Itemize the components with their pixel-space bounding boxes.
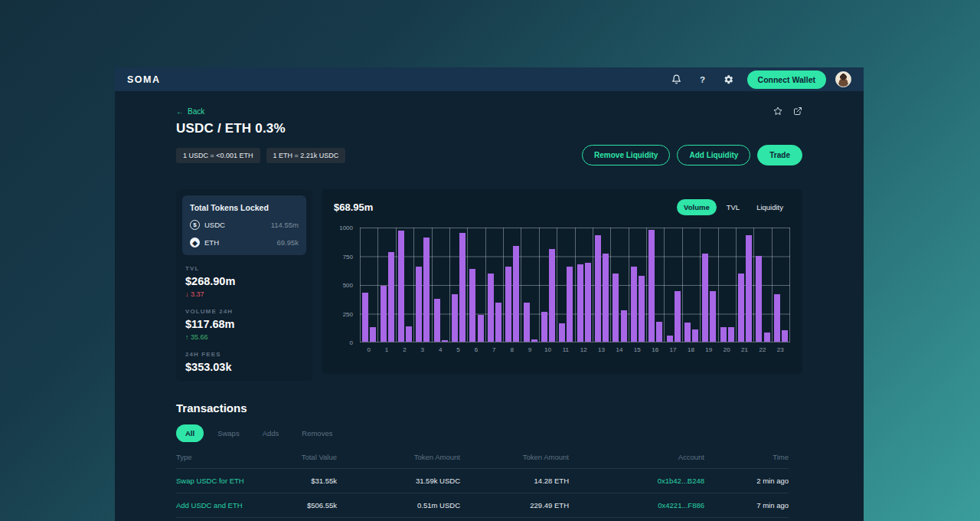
metric-label: TVL xyxy=(185,265,306,272)
volume-bar[interactable] xyxy=(524,303,530,342)
x-axis-label: 20 xyxy=(718,346,736,353)
user-avatar[interactable] xyxy=(835,71,851,87)
volume-bar[interactable] xyxy=(423,238,430,342)
token-symbol: ETH xyxy=(204,238,219,247)
volume-bar[interactable] xyxy=(782,330,788,342)
filter-adds[interactable]: Adds xyxy=(253,424,289,442)
eth-circle-icon: ◆ xyxy=(190,238,200,247)
bar-group xyxy=(753,228,771,342)
x-axis-label: 21 xyxy=(736,346,753,353)
volume-bar[interactable] xyxy=(639,276,645,342)
volume-bar[interactable] xyxy=(774,294,780,342)
x-axis-label: 3 xyxy=(413,346,431,353)
volume-bar[interactable] xyxy=(656,322,662,342)
action-buttons: Remove Liquidity Add Liquidity Trade xyxy=(582,145,802,165)
volume-bar[interactable] xyxy=(459,233,466,342)
volume-bar[interactable] xyxy=(549,249,555,342)
tx-time: 7 min ago xyxy=(704,493,789,517)
volume-bar[interactable] xyxy=(585,263,591,342)
volume-bar[interactable] xyxy=(746,235,752,342)
external-link-icon[interactable] xyxy=(793,106,802,116)
volume-bar[interactable] xyxy=(442,340,448,342)
volume-bar[interactable] xyxy=(488,274,494,342)
chart-tab-volume[interactable]: Volume xyxy=(677,199,717,215)
volume-bar[interactable] xyxy=(567,267,573,342)
tx-total-value: $31.55k xyxy=(276,469,337,493)
trade-button[interactable]: Trade xyxy=(757,145,802,165)
gear-icon[interactable] xyxy=(723,74,735,86)
plot-wrap: 01234567891011121314151617181920212223 xyxy=(360,228,790,353)
bar-group xyxy=(610,228,628,342)
volume-bar[interactable] xyxy=(452,294,458,342)
volume-bar[interactable] xyxy=(648,230,655,342)
volume-bar[interactable] xyxy=(738,274,744,342)
tx-type-link[interactable]: Add USDC and ETH xyxy=(176,493,276,517)
volume-bar[interactable] xyxy=(513,246,519,342)
chart-tab-liquidity[interactable]: Liquidity xyxy=(750,199,790,215)
connect-wallet-button[interactable]: Connect Wallet xyxy=(747,70,826,89)
chart-x-axis: 01234567891011121314151617181920212223 xyxy=(360,346,789,353)
add-liquidity-button[interactable]: Add Liquidity xyxy=(677,145,750,165)
volume-bar[interactable] xyxy=(764,333,770,342)
volume-bar[interactable] xyxy=(362,293,368,342)
table-body: Swap USDC for ETH$31.55k31.59k USDC14.28… xyxy=(176,469,789,521)
volume-bar[interactable] xyxy=(756,256,762,342)
back-link[interactable]: ← Back xyxy=(176,107,204,116)
tx-type-link[interactable]: Swap USDC for ETH xyxy=(176,469,276,493)
volume-bar[interactable] xyxy=(434,299,440,342)
volume-bar[interactable] xyxy=(531,339,537,342)
token-row: $USDC114.55m xyxy=(190,220,299,230)
volume-bar[interactable] xyxy=(478,315,484,342)
volume-bar[interactable] xyxy=(621,310,627,342)
filter-removes[interactable]: Removes xyxy=(292,424,341,442)
y-axis-tick: 1000 xyxy=(339,224,353,231)
volume-bar[interactable] xyxy=(720,327,727,342)
tx-account-link[interactable]: 0x1b42...B248 xyxy=(569,469,704,493)
volume-bar[interactable] xyxy=(702,254,708,342)
filter-swaps[interactable]: Swaps xyxy=(208,424,249,442)
volume-bar[interactable] xyxy=(370,327,376,342)
help-icon[interactable]: ? xyxy=(697,74,709,86)
metric-change-down: ↓ 3.37 xyxy=(185,290,306,298)
volume-bar[interactable] xyxy=(406,326,412,342)
volume-bar[interactable] xyxy=(612,274,619,342)
volume-bar[interactable] xyxy=(684,323,691,342)
chart-tab-tvl[interactable]: TVL xyxy=(720,199,746,215)
x-axis-label: 14 xyxy=(610,346,628,353)
tx-type-link[interactable]: Remove USDC and ETH xyxy=(176,518,276,521)
volume-bar[interactable] xyxy=(631,267,637,342)
remove-liquidity-button[interactable]: Remove Liquidity xyxy=(582,145,670,165)
volume-bar[interactable] xyxy=(388,252,394,342)
tx-account-link[interactable]: 0xc963...5980 xyxy=(569,518,704,521)
x-axis-label: 8 xyxy=(503,346,521,353)
bell-icon[interactable] xyxy=(671,74,683,86)
filter-all[interactable]: All xyxy=(176,424,204,442)
bar-group xyxy=(467,228,485,342)
metric-label: 24H FEES xyxy=(185,351,306,358)
volume-bar[interactable] xyxy=(692,329,698,342)
x-axis-label: 11 xyxy=(557,346,574,353)
volume-bar[interactable] xyxy=(728,327,734,342)
volume-bar[interactable] xyxy=(495,303,501,342)
volume-bar[interactable] xyxy=(398,231,404,342)
volume-bar[interactable] xyxy=(710,291,716,342)
volume-bar[interactable] xyxy=(595,235,601,342)
volume-bar[interactable] xyxy=(541,312,547,342)
x-axis-label: 18 xyxy=(682,346,700,353)
bar-group xyxy=(539,228,557,342)
volume-bar[interactable] xyxy=(381,286,387,342)
transactions-table: TypeTotal ValueToken AmountToken AmountA… xyxy=(176,453,789,521)
volume-bar[interactable] xyxy=(603,254,609,342)
volume-bar[interactable] xyxy=(559,323,565,342)
x-axis-label: 7 xyxy=(485,346,503,353)
volume-bar[interactable] xyxy=(469,269,475,342)
volume-bar[interactable] xyxy=(577,264,583,342)
volume-bar[interactable] xyxy=(505,267,511,342)
volume-bar[interactable] xyxy=(667,336,673,342)
tx-account-link[interactable]: 0x4221...F886 xyxy=(569,493,704,517)
top-navbar: SOMA ? Connect Wallet xyxy=(115,67,864,91)
bar-group xyxy=(575,228,593,342)
volume-bar[interactable] xyxy=(675,291,681,342)
volume-bar[interactable] xyxy=(416,267,422,342)
star-icon[interactable] xyxy=(773,106,782,116)
